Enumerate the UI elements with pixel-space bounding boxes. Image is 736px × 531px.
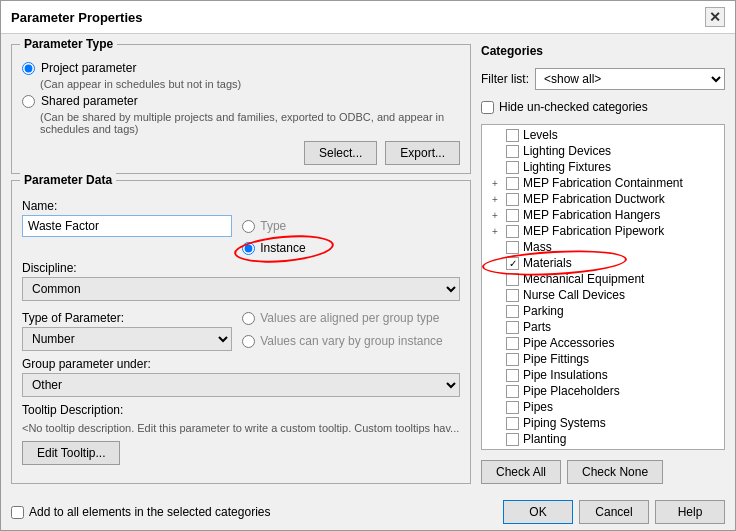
hide-unchecked-row: Hide un-checked categories	[481, 100, 725, 114]
list-item[interactable]: Pipe Insulations	[484, 367, 722, 383]
item-label: Lighting Devices	[523, 144, 611, 158]
checkbox-mep-pipework[interactable]	[506, 225, 519, 238]
list-item[interactable]: + MEP Fabrication Containment	[484, 175, 722, 191]
close-button[interactable]: ✕	[705, 7, 725, 27]
item-label: Pipe Fittings	[523, 352, 589, 366]
expander-icon	[488, 352, 502, 366]
discipline-select[interactable]: Common Structural HVAC Electrical	[22, 277, 460, 301]
checkbox-pipe-accessories[interactable]	[506, 337, 519, 350]
dialog-body: Parameter Type Project parameter (Can ap…	[1, 34, 735, 494]
list-item[interactable]: Planting	[484, 431, 722, 447]
dialog-title: Parameter Properties	[11, 10, 143, 25]
expander-icon	[488, 272, 502, 286]
shared-parameter-radio[interactable]	[22, 95, 35, 108]
checkbox-planting[interactable]	[506, 433, 519, 446]
list-item[interactable]: Mass	[484, 239, 722, 255]
group-param-select[interactable]: Other Construction Data	[22, 373, 460, 397]
list-item[interactable]: Pipes	[484, 399, 722, 415]
checkbox-mep-hangers[interactable]	[506, 209, 519, 222]
values-aligned-radio[interactable]	[242, 312, 255, 325]
type-radio[interactable]	[242, 220, 255, 233]
checkbox-mass[interactable]	[506, 241, 519, 254]
tooltip-desc-label: Tooltip Description:	[22, 403, 460, 417]
expander-icon: +	[488, 224, 502, 238]
edit-tooltip-button[interactable]: Edit Tooltip...	[22, 441, 120, 465]
item-label: MEP Fabrication Hangers	[523, 208, 660, 222]
checkbox-mep-containment[interactable]	[506, 177, 519, 190]
checkbox-parts[interactable]	[506, 321, 519, 334]
ok-button[interactable]: OK	[503, 500, 573, 524]
export-button[interactable]: Export...	[385, 141, 460, 165]
list-item[interactable]: + MEP Fabrication Hangers	[484, 207, 722, 223]
list-item[interactable]: Lighting Fixtures	[484, 159, 722, 175]
list-item[interactable]: Parking	[484, 303, 722, 319]
checkbox-materials[interactable]: ✓	[506, 257, 519, 270]
project-parameter-label: Project parameter	[41, 61, 136, 75]
type-of-param-select[interactable]: Number Length Area	[22, 327, 232, 351]
checkbox-mech-equip[interactable]	[506, 273, 519, 286]
list-item[interactable]: Levels	[484, 127, 722, 143]
list-item[interactable]: Pipe Accessories	[484, 335, 722, 351]
checkbox-pipe-placeholders[interactable]	[506, 385, 519, 398]
checkbox-mep-ductwork[interactable]	[506, 193, 519, 206]
checkbox-nurse-call[interactable]	[506, 289, 519, 302]
values-vary-label: Values can vary by group instance	[260, 334, 443, 348]
add-to-all-label: Add to all elements in the selected cate…	[29, 505, 270, 519]
help-button[interactable]: Help	[655, 500, 725, 524]
shared-parameter-row: Shared parameter	[22, 94, 460, 108]
cancel-button[interactable]: Cancel	[579, 500, 649, 524]
values-vary-radio[interactable]	[242, 335, 255, 348]
project-parameter-radio[interactable]	[22, 62, 35, 75]
add-to-all-checkbox[interactable]	[11, 506, 24, 519]
checkbox-levels[interactable]	[506, 129, 519, 142]
list-item[interactable]: Nurse Call Devices	[484, 287, 722, 303]
check-none-button[interactable]: Check None	[567, 460, 663, 484]
list-item[interactable]: Lighting Devices	[484, 143, 722, 159]
expander-icon	[488, 160, 502, 174]
hide-unchecked-checkbox[interactable]	[481, 101, 494, 114]
item-label: MEP Fabrication Pipework	[523, 224, 664, 238]
name-input[interactable]	[22, 215, 232, 237]
item-label: Lighting Fixtures	[523, 160, 611, 174]
parameter-data-title: Parameter Data	[20, 173, 116, 187]
list-item[interactable]: Piping Systems	[484, 415, 722, 431]
values-aligned-row: Values are aligned per group type	[242, 311, 460, 325]
check-all-button[interactable]: Check All	[481, 460, 561, 484]
list-item[interactable]: Parts	[484, 319, 722, 335]
left-panel: Parameter Type Project parameter (Can ap…	[11, 44, 471, 484]
item-label: MEP Fabrication Ductwork	[523, 192, 665, 206]
instance-radio-label: Instance	[260, 241, 305, 255]
tooltip-text: <No tooltip description. Edit this param…	[22, 421, 460, 435]
list-item[interactable]: + MEP Fabrication Ductwork	[484, 191, 722, 207]
expander-icon: +	[488, 192, 502, 206]
checkbox-pipe-fittings[interactable]	[506, 353, 519, 366]
project-parameter-row: Project parameter	[22, 61, 460, 75]
checkbox-parking[interactable]	[506, 305, 519, 318]
dialog-footer-buttons: OK Cancel Help	[503, 500, 725, 524]
filter-select[interactable]: <show all>	[535, 68, 725, 90]
parameter-data-section: Parameter Data Name: Type	[11, 180, 471, 484]
checkbox-pipes[interactable]	[506, 401, 519, 414]
expander-icon	[488, 368, 502, 382]
list-item[interactable]: Pipe Fittings	[484, 351, 722, 367]
checkbox-pipe-insulations[interactable]	[506, 369, 519, 382]
parameter-type-title: Parameter Type	[20, 37, 117, 51]
instance-radio[interactable]	[242, 242, 255, 255]
categories-tree: Levels Lighting Devices Lighting Fixture…	[481, 124, 725, 450]
list-item[interactable]: ✓ Materials	[484, 255, 722, 271]
item-label: Pipe Insulations	[523, 368, 608, 382]
list-item[interactable]: Mechanical Equipment	[484, 271, 722, 287]
parameter-type-group: Parameter Type Project parameter (Can ap…	[11, 44, 471, 174]
list-item[interactable]: Pipe Placeholders	[484, 383, 722, 399]
select-button[interactable]: Select...	[304, 141, 377, 165]
expander-icon	[488, 128, 502, 142]
project-parameter-subtitle: (Can appear in schedules but not in tags…	[40, 78, 460, 90]
checkbox-lighting-devices[interactable]	[506, 145, 519, 158]
checkbox-piping-systems[interactable]	[506, 417, 519, 430]
checkbox-lighting-fixtures[interactable]	[506, 161, 519, 174]
title-bar: Parameter Properties ✕	[1, 1, 735, 34]
item-label: Planting	[523, 432, 566, 446]
add-to-all-row: Add to all elements in the selected cate…	[11, 505, 270, 519]
item-label: Pipes	[523, 400, 553, 414]
list-item[interactable]: + MEP Fabrication Pipework	[484, 223, 722, 239]
